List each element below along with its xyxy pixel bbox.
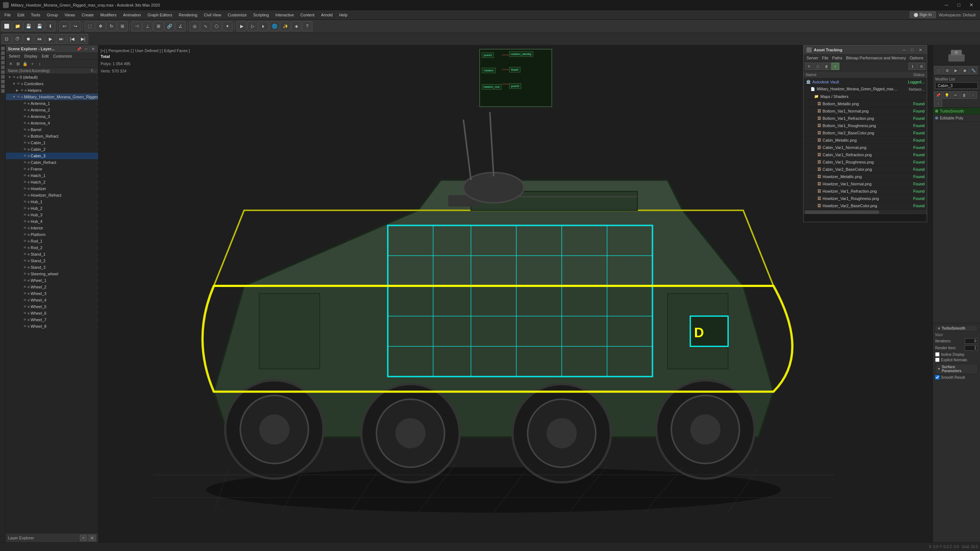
menu-edit[interactable]: Edit [14,12,27,18]
toolbar-new[interactable]: ⬜ [2,21,12,31]
at-delete-btn[interactable]: 🗑 [822,63,830,70]
tree-item-cabin-1[interactable]: 👁 ◈ Cabin_1 :: [6,140,98,146]
toolbar-schematic[interactable]: ⬡ [212,21,221,31]
toolbar-redo[interactable]: ↪ [70,21,81,31]
tree-item-bottom-refract[interactable]: 👁 ◈ Bottom_Refract :: [6,133,98,140]
smooth-result-checkbox[interactable] [935,375,940,380]
side-panel-icon-5[interactable] [1,65,5,69]
tree-item-stand-1[interactable]: 👁 ◈ Stand_1 :: [6,251,98,257]
tree-item-platform[interactable]: 👁 ◈ Platform :: [6,231,98,238]
tree-item-steering-wheel[interactable]: 👁 ◈ Steering_wheel :: [6,271,98,277]
menu-help[interactable]: Help [336,12,351,18]
tree-item-cabin-2[interactable]: 👁 ◈ Cabin_2 :: [6,146,98,152]
modifier-item-editable-poly[interactable]: Editable Poly [933,115,980,122]
rp-motion-btn[interactable]: ▶ [952,66,960,74]
at-menu-bitmap[interactable]: Bitmap Performance and Memory [845,56,906,60]
menu-views[interactable]: Views [62,12,78,18]
se-close-button[interactable]: ✕ [90,46,96,51]
tree-item-wheel-7[interactable]: 👁 ◈ Wheel_7 :: [6,316,98,323]
at-file-row-2[interactable]: 🖼 Bottom_Var1_Refraction.png Found [803,115,927,122]
se-minimize-button[interactable]: ─ [83,46,89,51]
at-file-row-14[interactable]: 🖼 Howitzer_Var2_BaseColor.png Found [803,202,927,210]
se-menu-edit[interactable]: Edit [41,54,49,59]
menu-graph-editors[interactable]: Graph Editors [145,12,175,18]
toolbar-raytracer[interactable]: ◈ [291,21,301,31]
menu-interactive[interactable]: Interactive [273,12,297,18]
menu-scripting[interactable]: Scripting [250,12,272,18]
scene-explorer-tree[interactable]: ▼ 👁 ◈ 0 (default) :: ▼ 👁 ◈ Controllers :… [6,74,98,533]
toolbar2-time-config[interactable]: ⏱ [13,34,22,44]
toolbar-align[interactable]: ⊥ [143,21,153,31]
toolbar2-last-frame[interactable]: ▶| [78,34,88,44]
side-panel-icon-7[interactable] [1,75,5,79]
close-button[interactable]: ✕ [966,1,977,9]
tree-item-rod-2[interactable]: 👁 ◈ Rod_2 :: [6,245,98,251]
render-iters-input[interactable] [965,345,978,351]
at-menu-server[interactable]: Server [806,56,819,60]
toolbar-array[interactable]: ⊞ [153,21,164,31]
toolbar-rotate[interactable]: ↻ [107,21,117,31]
tree-item-cabin-3[interactable]: 👁 ◈ Cabin_3 :: [6,152,98,159]
at-copy-btn[interactable]: ⬡ [814,63,822,70]
layer-explorer-icon-btn[interactable]: ⊞ [89,535,96,541]
tree-item-antenna-4[interactable]: 👁 ◈ Antenna_4 :: [6,120,98,126]
tree-item-hub-4[interactable]: 👁 ◈ Hub_4 :: [6,218,98,225]
tree-item-antenna-2[interactable]: 👁 ◈ Antenna_2 :: [6,107,98,113]
toolbar-curve-editor[interactable]: ∿ [200,21,211,31]
menu-group[interactable]: Group [44,12,61,18]
se-filter-btn[interactable]: ✕ [7,60,14,67]
side-panel-icon-8[interactable] [1,80,5,83]
tree-item-wheel-8[interactable]: 👁 ◈ Wheel_8 :: [6,323,98,330]
se-sort-btn[interactable]: ↕ [37,60,43,67]
menu-animation[interactable]: Animation [120,12,144,18]
toolbar-save[interactable]: 💾 [23,21,33,31]
mod-delete-btn[interactable]: 🗑 [960,91,968,99]
toolbar-env[interactable]: 🌐 [269,21,280,31]
toolbar-save-as[interactable]: 💾 [34,21,45,31]
sign-in-button[interactable]: ⬤ Sign In [910,11,935,18]
tree-item-wheel-5[interactable]: 👁 ◈ Wheel_5 :: [6,303,98,310]
turbosmooth-section-header[interactable]: ▼ TurboSmooth [935,325,978,332]
side-panel-icon-2[interactable] [1,51,5,55]
tree-item-wheel-2[interactable]: 👁 ◈ Wheel_2 :: [6,284,98,290]
menu-customize[interactable]: Customize [225,12,250,18]
at-file-row-7[interactable]: 🖼 Cabin_Var1_Refraction.png Found [803,151,927,159]
toolbar-snap[interactable]: 🔗 [164,21,175,31]
at-menu-file[interactable]: File [821,56,829,60]
iterations-input[interactable] [965,338,978,344]
toolbar2-prev-frame[interactable]: ⏮ [34,34,45,44]
toolbar-render[interactable]: ▶ [237,21,247,31]
se-hierarchy-btn[interactable]: ⊞ [14,60,21,67]
at-model-row[interactable]: 📄 Military_Howitzer_Morana_Green_Rigged_… [803,86,927,93]
tree-item-barrel[interactable]: 👁 ◈ Barrel :: [6,126,98,133]
toolbar-render-anim[interactable]: ⏵ [258,21,269,31]
toolbar-move[interactable]: ✥ [95,21,106,31]
toolbar2-play[interactable]: ▶ [45,34,56,44]
mod-up-btn[interactable]: ↑ [969,91,977,99]
tree-layer-default[interactable]: ▼ 👁 ◈ 0 (default) :: [6,74,98,81]
at-minimize-btn[interactable]: ─ [900,47,908,53]
at-close-btn[interactable]: ✕ [916,47,924,53]
menu-content[interactable]: Content [298,12,317,18]
at-list-view-btn[interactable]: ≡ [831,63,839,70]
surface-params-section[interactable]: ▼ Surface Parameters [935,364,978,374]
tree-item-rod-1[interactable]: 👁 ◈ Rod_1 :: [6,238,98,245]
toolbar-material[interactable]: ◎ [189,21,200,31]
at-file-row-1[interactable]: 🖼 Bottom_Var1_Normal.png Found [803,108,927,115]
at-file-tree[interactable]: 🏦 Autodesk Vault Logged... 📄 Military_Ho… [803,78,927,210]
menu-tools[interactable]: Tools [28,12,43,18]
tree-item-hub-1[interactable]: 👁 ◈ Hub_1 :: [6,198,98,205]
toolbar2-first-frame[interactable]: |◀ [67,34,77,44]
side-panel-icon-3[interactable] [1,56,5,60]
se-lock-btn[interactable]: 🔒 [22,60,29,67]
toolbar-select[interactable]: ⬚ [84,21,95,31]
at-file-row-8[interactable]: 🖼 Cabin_Var1_Roughness.png Found [803,159,927,166]
menu-file[interactable]: File [2,12,14,18]
mod-edit-btn[interactable]: ✏ [951,91,959,99]
modifier-list[interactable]: TurboSmooth Editable Poly [933,108,980,323]
toolbar-help-btn[interactable]: ? [302,21,312,31]
rp-display-btn[interactable]: ◉ [961,66,969,74]
se-menu-select[interactable]: Select [8,54,21,59]
menu-arnold[interactable]: Arnold [318,12,336,18]
at-file-row-13[interactable]: 🖼 Howitzer_Var1_Roughness.png Found [803,195,927,202]
